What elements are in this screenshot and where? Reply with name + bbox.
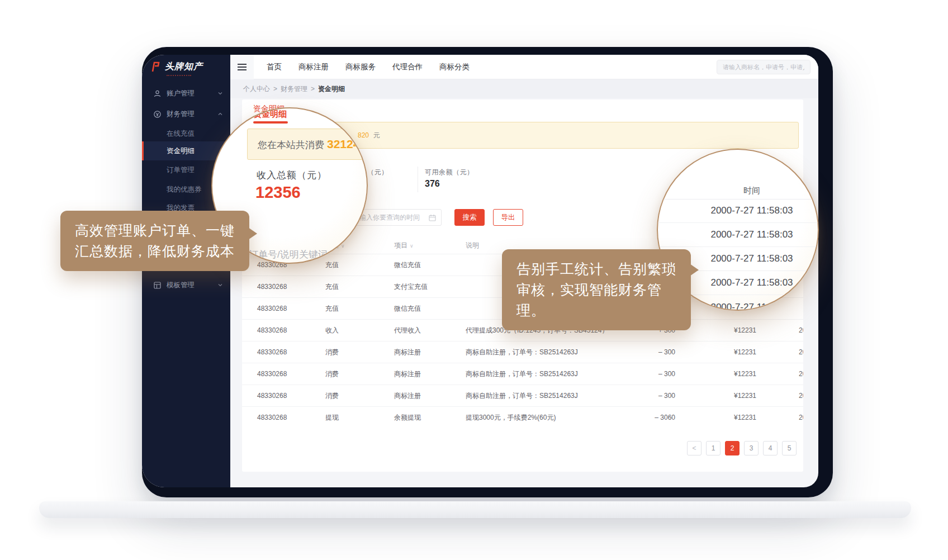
finance-icon	[153, 110, 162, 118]
cell-project: 微信充值	[394, 260, 466, 270]
sidebar: 头牌知产 账户管理 财务管理	[142, 55, 230, 487]
cell-project: 微信充值	[394, 304, 466, 314]
cell-project: 商标注册	[394, 369, 466, 379]
breadcrumb: 个人中心 > 财务管理 > 资金明细	[230, 79, 818, 98]
brand-name: 头牌知产	[165, 61, 203, 73]
cell-amount: – 300	[633, 370, 675, 378]
consumption-banner-text: 820 元	[358, 131, 380, 140]
cell-amount: – 300	[633, 392, 675, 400]
chevron-down-icon	[217, 282, 223, 288]
nav-trademark-category[interactable]: 商标分类	[431, 62, 478, 72]
search-button[interactable]: 搜索	[454, 209, 485, 226]
magnified-time-header: 时间	[686, 186, 818, 196]
table-row: 48330268 消费 商标注册 商标自助注册，订单号：SB2514263J –…	[242, 363, 803, 385]
brand-tagline	[167, 75, 191, 76]
magnified-income-value: 12356	[255, 183, 301, 202]
sidebar-item-label: 账户管理	[167, 89, 195, 98]
date-query-input[interactable]	[353, 209, 442, 226]
cell-type: 消费	[325, 391, 394, 401]
cell-time: 2000-7-27 11:58:03	[756, 414, 803, 421]
sidebar-item-templates[interactable]: 模板管理	[142, 276, 230, 295]
pagination-page-5[interactable]: 5	[782, 441, 797, 455]
cell-project: 商标注册	[394, 348, 466, 357]
balance-label: 可用余额（元）	[425, 168, 474, 177]
stat-divider	[418, 167, 418, 192]
cell-type: 充值	[325, 304, 394, 314]
user-icon	[153, 89, 162, 98]
pagination-page-1[interactable]: 1	[706, 441, 721, 455]
cell-order-no: 48330268	[257, 305, 325, 312]
cell-order-no: 48330268	[257, 414, 325, 421]
nav-trademark-register[interactable]: 商标注册	[290, 62, 337, 72]
cell-order-no: 48330268	[257, 392, 325, 400]
cell-type: 消费	[325, 369, 394, 379]
cell-balance: ¥12231	[675, 348, 756, 356]
cell-type: 充值	[325, 282, 394, 292]
cell-order-no: 48330268	[257, 326, 325, 334]
cell-description: 商标自助注册，订单号：SB2514263J	[466, 369, 633, 379]
consumption-unit: 元	[373, 131, 380, 139]
cell-amount: – 300	[633, 348, 675, 356]
pagination-page-4[interactable]: 4	[763, 441, 778, 455]
cell-description: 提现3000元，手续费2%(60元)	[466, 413, 633, 423]
cell-type: 提现	[325, 413, 394, 423]
pagination-prev-button[interactable]: <	[687, 441, 701, 455]
template-icon	[153, 281, 162, 290]
page: 头牌知产 账户管理 财务管理	[0, 0, 948, 560]
header-project[interactable]: 项目∨	[394, 241, 466, 250]
magnified-banner-text: 您在本站共消费32124大	[258, 137, 368, 151]
cell-order-no: 48330268	[257, 370, 325, 378]
nav-trademark-services[interactable]: 商标服务	[337, 62, 384, 72]
cell-balance: ¥12231	[675, 370, 756, 378]
cell-order-no: 48330268	[257, 348, 325, 356]
breadcrumb-item[interactable]: 财务管理	[281, 84, 307, 94]
breadcrumb-separator: >	[311, 85, 315, 93]
cell-time: 2000-7-27 11:58:03	[756, 392, 803, 400]
cell-project: 支付宝充值	[394, 282, 466, 292]
nav-home[interactable]: 首页	[258, 62, 290, 72]
cell-order-no: 48330268	[257, 283, 325, 291]
sidebar-item-finance[interactable]: 财务管理	[142, 105, 230, 124]
trademark-search-input[interactable]	[717, 60, 810, 74]
consumption-amount-tail: 820	[358, 131, 369, 139]
sidebar-item-online-recharge[interactable]: 在线充值	[142, 124, 230, 143]
cell-amount: – 3060	[633, 414, 675, 421]
table-row: 48330268 提现 余额提现 提现3000元，手续费2%(60元) – 30…	[242, 406, 803, 428]
cell-description: 商标自助注册，订单号：SB2514263J	[466, 348, 633, 357]
magnified-time-row: 2000-7-27 11:58:03	[658, 223, 818, 247]
cell-project: 代理收入	[394, 326, 466, 335]
export-button[interactable]: 导出	[493, 209, 523, 226]
laptop-base	[39, 501, 911, 518]
cell-description: 商标自助注册，订单号：SB2514263J	[466, 391, 633, 401]
sidebar-item-label: 我的优惠券	[167, 185, 202, 194]
pagination-page-3[interactable]: 3	[744, 441, 759, 455]
sidebar-item-label: 订单管理	[167, 165, 195, 175]
callout-left: 高效管理账户订单、一键 汇总数据，降低财务成本	[60, 211, 249, 271]
stat-middle-label: （元）	[367, 168, 388, 177]
cell-project: 商标注册	[394, 391, 466, 401]
chevron-up-icon	[217, 111, 223, 117]
sort-caret-icon: ∨	[410, 243, 414, 249]
chevron-down-icon	[217, 91, 223, 96]
header-description: 说明	[466, 241, 633, 250]
cell-balance: ¥12231	[675, 414, 756, 421]
cell-project: 余额提现	[394, 413, 466, 423]
cell-time: 2000-7-27 11:58:03	[756, 370, 803, 378]
breadcrumb-current: 资金明细	[318, 84, 345, 94]
sidebar-item-account[interactable]: 账户管理	[142, 84, 230, 103]
hamburger-menu-icon[interactable]	[230, 55, 254, 79]
magnified-time-row: 2000-7-27 11:58:03	[658, 199, 818, 223]
magnified-tab-underline	[253, 121, 288, 124]
callout-right: 告别手工统计、告别繁琐 审核，实现智能财务管 理。	[502, 249, 691, 330]
breadcrumb-separator: >	[273, 85, 277, 93]
table-row: 48330268 消费 商标注册 商标自助注册，订单号：SB2514263J –…	[242, 341, 803, 363]
breadcrumb-item[interactable]: 个人中心	[243, 84, 270, 94]
pagination: < 1 2 3 4 5	[242, 441, 803, 455]
main-nav: 首页 商标注册 商标服务 代理合作 商标分类	[258, 55, 478, 79]
topbar: 首页 商标注册 商标服务 代理合作 商标分类	[230, 55, 818, 79]
cell-time: 2000-7-27 11:58:03	[756, 326, 803, 334]
nav-agency[interactable]: 代理合作	[384, 62, 431, 72]
cell-balance: ¥12231	[675, 392, 756, 400]
pagination-page-2-active[interactable]: 2	[725, 441, 740, 455]
cell-time: 2000-7-27 11:58:03	[756, 348, 803, 356]
